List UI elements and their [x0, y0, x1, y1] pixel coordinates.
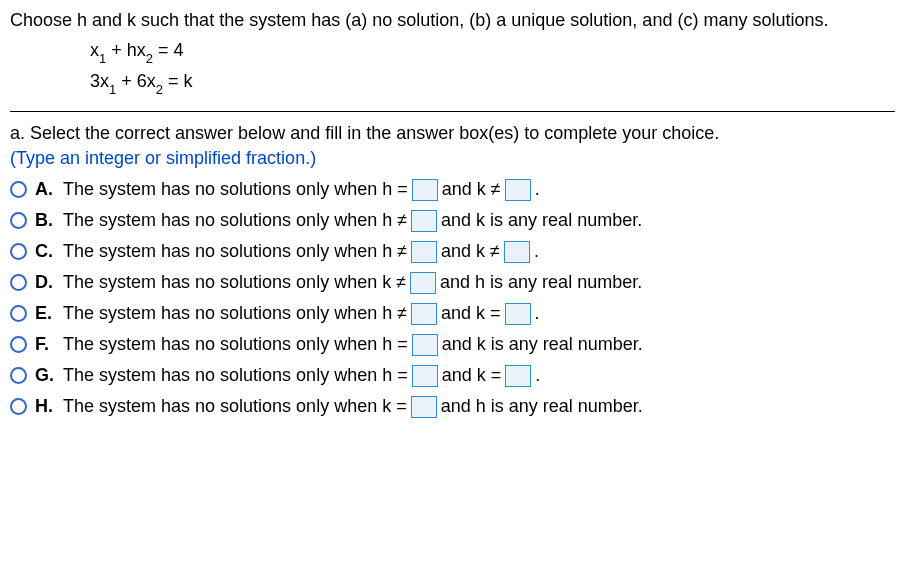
opt-h-mid: and h is any real number.	[441, 396, 643, 417]
radio-c[interactable]	[10, 243, 27, 260]
separator-line	[10, 111, 895, 112]
opt-f-mid: and k is any real number.	[442, 334, 643, 355]
fill-box-e-2[interactable]	[505, 303, 531, 325]
opt-c-mid: and k ≠	[441, 241, 500, 262]
fill-box-g-1[interactable]	[412, 365, 438, 387]
option-f[interactable]: F. The system has no solutions only when…	[10, 334, 895, 356]
opt-g-post: .	[535, 365, 540, 386]
input-hint: (Type an integer or simplified fraction.…	[10, 148, 895, 169]
option-letter: G.	[35, 365, 57, 386]
fill-box-b-1[interactable]	[411, 210, 437, 232]
opt-b-pre: The system has no solutions only when h …	[63, 210, 407, 231]
option-d[interactable]: D. The system has no solutions only when…	[10, 272, 895, 294]
equation-1: x1 + hx2 = 4	[90, 37, 895, 66]
fill-box-f-1[interactable]	[412, 334, 438, 356]
option-letter: C.	[35, 241, 57, 262]
equation-block: x1 + hx2 = 4 3x1 + 6x2 = k	[10, 37, 895, 97]
radio-e[interactable]	[10, 305, 27, 322]
fill-box-h-1[interactable]	[411, 396, 437, 418]
eq1-rhs: = 4	[153, 40, 184, 60]
eq1-sub2: 2	[146, 51, 153, 66]
eq1-mid: + hx	[106, 40, 146, 60]
option-text: The system has no solutions only when k …	[63, 396, 643, 418]
radio-a[interactable]	[10, 181, 27, 198]
opt-h-pre: The system has no solutions only when k …	[63, 396, 407, 417]
option-text: The system has no solutions only when h …	[63, 334, 643, 356]
option-g[interactable]: G. The system has no solutions only when…	[10, 365, 895, 387]
option-letter: E.	[35, 303, 57, 324]
option-text: The system has no solutions only when h …	[63, 365, 540, 387]
option-e[interactable]: E. The system has no solutions only when…	[10, 303, 895, 325]
opt-g-mid: and k =	[442, 365, 502, 386]
opt-d-mid: and h is any real number.	[440, 272, 642, 293]
eq1-sub1: 1	[99, 51, 106, 66]
eq2-rhs: = k	[163, 71, 193, 91]
opt-a-pre: The system has no solutions only when h …	[63, 179, 408, 200]
option-text: The system has no solutions only when h …	[63, 179, 540, 201]
option-letter: A.	[35, 179, 57, 200]
radio-b[interactable]	[10, 212, 27, 229]
opt-e-mid: and k =	[441, 303, 501, 324]
opt-c-post: .	[534, 241, 539, 262]
fill-box-c-2[interactable]	[504, 241, 530, 263]
eq2-mid: + 6x	[116, 71, 156, 91]
opt-a-mid: and k ≠	[442, 179, 501, 200]
options-list: A. The system has no solutions only when…	[10, 179, 895, 418]
eq1-x1: x	[90, 40, 99, 60]
eq2-x1: 3x	[90, 71, 109, 91]
option-b[interactable]: B. The system has no solutions only when…	[10, 210, 895, 232]
option-letter: F.	[35, 334, 57, 355]
opt-g-pre: The system has no solutions only when h …	[63, 365, 408, 386]
option-letter: H.	[35, 396, 57, 417]
fill-box-a-2[interactable]	[505, 179, 531, 201]
option-a[interactable]: A. The system has no solutions only when…	[10, 179, 895, 201]
radio-h[interactable]	[10, 398, 27, 415]
fill-box-e-1[interactable]	[411, 303, 437, 325]
option-c[interactable]: C. The system has no solutions only when…	[10, 241, 895, 263]
radio-f[interactable]	[10, 336, 27, 353]
option-letter: B.	[35, 210, 57, 231]
opt-b-mid: and k is any real number.	[441, 210, 642, 231]
opt-f-pre: The system has no solutions only when h …	[63, 334, 408, 355]
fill-box-g-2[interactable]	[505, 365, 531, 387]
radio-g[interactable]	[10, 367, 27, 384]
radio-d[interactable]	[10, 274, 27, 291]
eq2-sub1: 1	[109, 82, 116, 97]
fill-box-d-1[interactable]	[410, 272, 436, 294]
opt-e-pre: The system has no solutions only when h …	[63, 303, 407, 324]
eq2-sub2: 2	[156, 82, 163, 97]
equation-2: 3x1 + 6x2 = k	[90, 68, 895, 97]
option-text: The system has no solutions only when h …	[63, 241, 539, 263]
opt-e-post: .	[535, 303, 540, 324]
option-text: The system has no solutions only when k …	[63, 272, 642, 294]
option-text: The system has no solutions only when h …	[63, 210, 642, 232]
option-text: The system has no solutions only when h …	[63, 303, 540, 325]
part-a-prompt: a. Select the correct answer below and f…	[10, 122, 895, 145]
opt-c-pre: The system has no solutions only when h …	[63, 241, 407, 262]
fill-box-c-1[interactable]	[411, 241, 437, 263]
option-letter: D.	[35, 272, 57, 293]
opt-a-post: .	[535, 179, 540, 200]
opt-d-pre: The system has no solutions only when k …	[63, 272, 406, 293]
fill-box-a-1[interactable]	[412, 179, 438, 201]
question-text: Choose h and k such that the system has …	[10, 8, 895, 33]
option-h[interactable]: H. The system has no solutions only when…	[10, 396, 895, 418]
